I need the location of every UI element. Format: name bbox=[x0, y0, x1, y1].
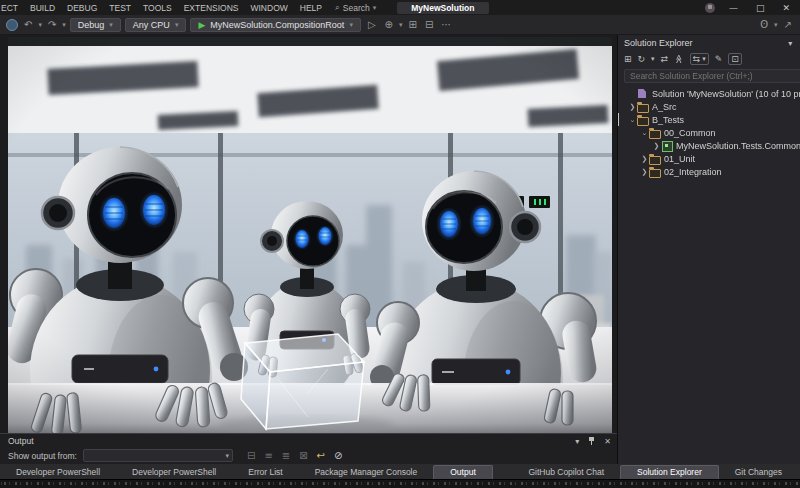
sync-with-active-document-icon[interactable]: ⇆▾ bbox=[690, 53, 709, 65]
tab-developer-powershell-1[interactable]: Developer PowerShell bbox=[0, 466, 116, 479]
edit-icon[interactable]: ✎ bbox=[715, 54, 723, 64]
solution-search-input[interactable] bbox=[630, 71, 800, 81]
redo-chevron-icon[interactable]: ▾ bbox=[62, 21, 66, 29]
menu-build[interactable]: BUILD bbox=[24, 3, 61, 13]
sync-icon[interactable]: ⇄ bbox=[661, 54, 669, 64]
start-debugging-button[interactable]: ▶ MyNewSolution.CompositionRoot ▾ bbox=[190, 18, 361, 32]
menu-debug[interactable]: DEBUG bbox=[61, 3, 103, 13]
copilot-chevron-icon[interactable]: ▾ bbox=[774, 21, 778, 29]
output-panel: Output ▾ ✕ Show output from: ▾ ⊟ bbox=[0, 433, 617, 464]
maximize-button[interactable]: □ bbox=[752, 3, 769, 13]
pin-icon[interactable] bbox=[588, 437, 595, 445]
tree-item-label: 00_Common bbox=[664, 128, 716, 138]
tab-git-changes[interactable]: Git Changes bbox=[719, 466, 798, 479]
expander-icon[interactable]: ❯ bbox=[628, 103, 637, 111]
folder-icon bbox=[649, 167, 660, 176]
tree-item-00-common[interactable]: ⌄ 00_Common bbox=[618, 126, 800, 139]
undo-chevron-icon[interactable]: ▾ bbox=[38, 21, 42, 29]
tree-item-label: A_Src bbox=[652, 102, 677, 112]
close-icon[interactable]: ✕ bbox=[604, 437, 611, 446]
tab-github-copilot-chat[interactable]: GitHub Copilot Chat bbox=[512, 466, 620, 479]
menu-extensions[interactable]: EXTENSIONS bbox=[178, 3, 245, 13]
folder-icon bbox=[649, 154, 660, 163]
tree-item-label: 01_Unit bbox=[664, 154, 695, 164]
go-previous-message-icon[interactable]: ≡ bbox=[264, 450, 272, 461]
autoscroll-icon[interactable]: ⊘ bbox=[334, 450, 342, 461]
tab-output[interactable]: Output bbox=[433, 465, 493, 479]
find-message-icon[interactable]: ⊟ bbox=[247, 450, 255, 461]
tree-item-tests-common-project[interactable]: ❯ MyNewSolution.Tests.Common bbox=[618, 139, 800, 152]
expander-icon[interactable]: ❯ bbox=[640, 168, 649, 176]
bottom-tab-strip: Developer PowerShell Developer PowerShel… bbox=[0, 464, 800, 479]
expander-icon[interactable]: ⌄ bbox=[640, 129, 649, 137]
folder-icon bbox=[637, 115, 648, 124]
pending-changes-filter-icon[interactable]: ↻ bbox=[638, 54, 646, 64]
tab-solution-explorer[interactable]: Solution Explorer bbox=[620, 465, 719, 479]
tree-item-a-src[interactable]: ❯ A_Src bbox=[618, 100, 800, 113]
menu-window[interactable]: WINDOW bbox=[244, 3, 293, 13]
menu-help[interactable]: HELP bbox=[294, 3, 328, 13]
chevron-down-icon[interactable]: ▾ bbox=[788, 39, 792, 48]
play-icon: ▶ bbox=[198, 20, 205, 30]
project-icon bbox=[661, 141, 672, 150]
attach-debugger-icon[interactable]: ⊕ bbox=[383, 19, 395, 30]
tree-item-label: B_Tests bbox=[652, 115, 684, 125]
configuration-dropdown[interactable]: Debug ▾ bbox=[70, 18, 121, 32]
tree-item-02-integration[interactable]: ❯ 02_Integration bbox=[618, 165, 800, 178]
account-avatar[interactable] bbox=[705, 3, 715, 13]
preview-selected-items-icon[interactable]: ⊡ bbox=[728, 53, 742, 65]
collapse-all-icon[interactable]: ≪ bbox=[674, 54, 684, 63]
show-output-from-label: Show output from: bbox=[8, 451, 77, 461]
menu-test[interactable]: TEST bbox=[103, 3, 137, 13]
search-icon: ⌕ bbox=[335, 2, 340, 13]
expander-icon[interactable]: ⌄ bbox=[628, 116, 637, 124]
tab-developer-powershell-2[interactable]: Developer PowerShell bbox=[116, 466, 232, 479]
menu-project[interactable]: ECT bbox=[0, 3, 24, 13]
chevron-down-icon: ▾ bbox=[109, 21, 113, 29]
chevron-down-icon[interactable]: ▾ bbox=[575, 437, 579, 446]
switch-views-icon[interactable]: ⊞ bbox=[624, 54, 632, 64]
search-label: Search bbox=[343, 3, 370, 13]
copilot-icon[interactable]: ʘ bbox=[758, 19, 770, 30]
output-panel-title: Output bbox=[8, 436, 34, 446]
clear-all-icon[interactable]: ⊠ bbox=[299, 450, 307, 461]
vs-window: ECT BUILD DEBUG TEST TOOLS EXTENSIONS WI… bbox=[0, 0, 800, 488]
live-share-icon[interactable]: ↗ bbox=[782, 19, 794, 30]
solution-explorer-title: Solution Explorer bbox=[624, 38, 693, 48]
folder-icon bbox=[649, 128, 660, 137]
expander-icon[interactable]: ❯ bbox=[640, 155, 649, 163]
feedback-icon[interactable] bbox=[6, 19, 18, 31]
output-source-dropdown[interactable]: ▾ bbox=[83, 449, 233, 462]
minimize-button[interactable]: — bbox=[725, 3, 742, 13]
window-title: MyNewSolution bbox=[397, 2, 488, 14]
platform-value: Any CPU bbox=[133, 20, 170, 30]
chevron-down-icon[interactable]: ▾ bbox=[651, 55, 655, 63]
expander-icon[interactable]: ❯ bbox=[652, 142, 661, 150]
tree-item-01-unit[interactable]: ❯ 01_Unit bbox=[618, 152, 800, 165]
word-wrap-icon[interactable]: ↩ bbox=[317, 450, 325, 461]
switch-windows-icon[interactable]: ⊟ bbox=[423, 19, 435, 30]
find-in-files-icon[interactable]: ⊞ bbox=[407, 19, 419, 30]
chevron-down-icon: ▾ bbox=[349, 21, 353, 29]
search-box[interactable]: ⌕ Search ▾ bbox=[328, 2, 383, 13]
redo-icon[interactable]: ↷ bbox=[46, 19, 58, 30]
toolbar-overflow-icon[interactable]: ⋯ bbox=[439, 19, 453, 30]
configuration-value: Debug bbox=[78, 20, 105, 30]
go-next-message-icon[interactable]: ≣ bbox=[282, 450, 290, 461]
platform-dropdown[interactable]: Any CPU ▾ bbox=[125, 18, 187, 32]
clipped-status-strip bbox=[0, 479, 800, 488]
tree-item-label: Solution 'MyNewSolution' (10 of 10 proje… bbox=[652, 89, 800, 99]
attach-chevron-icon[interactable]: ▾ bbox=[399, 21, 403, 29]
undo-icon[interactable]: ↶ bbox=[22, 19, 34, 30]
tree-item-b-tests[interactable]: ⌄ B_Tests bbox=[618, 113, 800, 126]
start-without-debugging-icon[interactable]: ▷ bbox=[365, 19, 379, 30]
tree-item-solution[interactable]: Solution 'MyNewSolution' (10 of 10 proje… bbox=[618, 87, 800, 100]
close-button[interactable]: ✕ bbox=[778, 3, 794, 13]
menu-tools[interactable]: TOOLS bbox=[137, 3, 178, 13]
tab-error-list[interactable]: Error List bbox=[232, 466, 298, 479]
solution-search-box[interactable]: ⌕ ▾ bbox=[624, 69, 800, 83]
chevron-down-icon: ▾ bbox=[175, 21, 179, 29]
tab-package-manager-console[interactable]: Package Manager Console bbox=[299, 466, 434, 479]
menu-bar: ECT BUILD DEBUG TEST TOOLS EXTENSIONS WI… bbox=[0, 0, 800, 15]
run-target-label: MyNewSolution.CompositionRoot bbox=[210, 20, 344, 30]
